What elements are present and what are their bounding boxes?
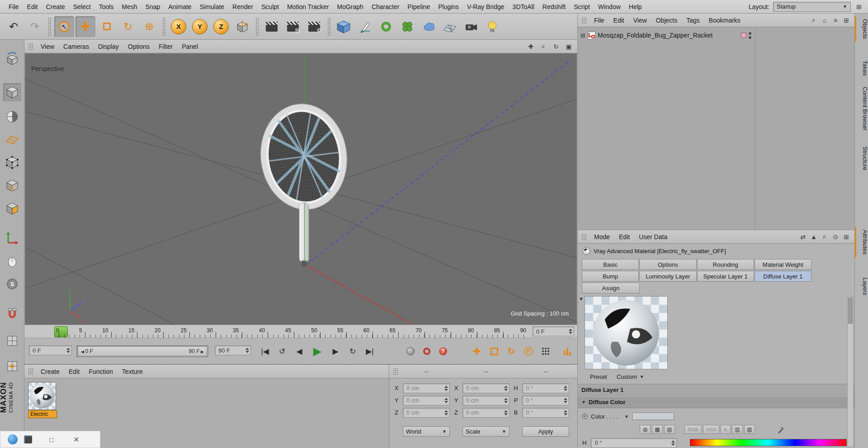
hue-gradient-slider[interactable]	[690, 439, 847, 446]
menu-create[interactable]: Create	[42, 1, 69, 13]
previous-frame-button[interactable]: ◀	[291, 344, 307, 358]
rot-b-field[interactable]: 0 °	[522, 408, 569, 418]
layout-grid-icon[interactable]: ⊞	[854, 2, 863, 11]
chevron-down-icon[interactable]: ▼	[624, 414, 629, 419]
tab-layers-panel[interactable]: Layers	[855, 275, 868, 298]
find-icon[interactable]: ⌕	[820, 232, 829, 241]
viewport-menu-view[interactable]: View	[36, 41, 59, 52]
menu-animate[interactable]: Animate	[164, 1, 195, 13]
maximize-icon[interactable]: □	[49, 436, 53, 443]
eyedropper-icon[interactable]	[777, 425, 785, 434]
snap-settings-button[interactable]: S	[3, 275, 21, 293]
autokey-button[interactable]	[420, 344, 434, 358]
tab-basic[interactable]: Basic	[582, 259, 639, 270]
position-column-header[interactable]: --	[403, 368, 450, 375]
timeline-ruler[interactable]: 0 5 10 15 20 25 30 35 40 45 50 55 60 65 …	[24, 325, 577, 338]
record-pla-toggle[interactable]	[538, 344, 553, 358]
spectrum-icon[interactable]: ▨	[744, 425, 755, 434]
ruler-frame-field[interactable]: 0 F	[533, 326, 574, 336]
objects-menu-bookmarks[interactable]: Bookmarks	[704, 15, 745, 26]
rotation-column-header[interactable]: --	[522, 368, 569, 375]
color-picture-icon[interactable]: ▤	[664, 425, 675, 434]
scale-tool[interactable]	[97, 16, 117, 37]
attributes-menu-edit[interactable]: Edit	[614, 231, 634, 242]
menu-3dtoall[interactable]: 3DToAll	[509, 1, 538, 13]
menu-snap[interactable]: Snap	[142, 1, 165, 13]
keyframe-circle-icon[interactable]	[582, 414, 588, 419]
viewport-menu-cameras[interactable]: Cameras	[59, 41, 94, 52]
model-mode-button[interactable]	[3, 83, 21, 101]
texture-mode-button[interactable]	[3, 108, 21, 126]
size-x-field[interactable]: 0 cm	[462, 383, 509, 393]
magnet-snap-button[interactable]	[3, 305, 21, 323]
collapse-icon[interactable]: ▼	[581, 400, 586, 405]
tab-options[interactable]: Options	[639, 259, 696, 270]
lock-y-axis-button[interactable]: Y	[190, 16, 210, 37]
stepper-icon[interactable]	[64, 348, 70, 353]
rgb-mode-button[interactable]: RGB	[684, 425, 702, 434]
material-menu-edit[interactable]: Edit	[64, 366, 84, 377]
tab-objects-panel[interactable]: Objects	[855, 16, 868, 42]
color-wheel-icon[interactable]: ◍	[640, 425, 651, 434]
add-camera-button[interactable]	[461, 16, 481, 37]
stepper-icon[interactable]	[561, 386, 567, 391]
viewport-camera-label[interactable]: Perspective	[31, 65, 64, 72]
stepper-icon[interactable]	[502, 386, 508, 391]
rotate-view-icon[interactable]: ↻	[551, 42, 561, 52]
loop-button[interactable]: ↻	[344, 344, 361, 358]
visibility-toggles[interactable]	[749, 32, 751, 39]
toggle-view-icon[interactable]: ▣	[564, 42, 574, 52]
redo-button[interactable]: ↷	[25, 16, 45, 37]
goto-end-button[interactable]: ▶|	[362, 344, 378, 358]
color-swatches-icon[interactable]: ▦	[652, 425, 663, 434]
objects-menu-tags[interactable]: Tags	[682, 15, 704, 26]
tab-assign[interactable]: Assign	[582, 283, 640, 293]
current-frame-field[interactable]: 0 F	[29, 345, 72, 355]
material-menu-function[interactable]: Function	[84, 366, 118, 377]
add-simulate-button[interactable]	[397, 16, 417, 37]
render-view-button[interactable]	[262, 16, 282, 37]
menu-plugins[interactable]: Plugins	[434, 1, 463, 13]
menu-redshift[interactable]: Redshift	[538, 1, 570, 13]
stepper-icon[interactable]	[243, 348, 249, 353]
lock-x-axis-button[interactable]: X	[169, 16, 189, 37]
attributes-menu-userdata[interactable]: User Data	[634, 231, 672, 242]
next-frame-button[interactable]: ▶	[327, 344, 344, 358]
hsv-mode-button[interactable]: HSV	[703, 425, 720, 434]
zoom-view-icon[interactable]: ⌕	[538, 42, 548, 52]
menu-tools[interactable]: Tools	[95, 1, 118, 13]
workplane-mode-button[interactable]	[3, 130, 21, 148]
menu-simulate[interactable]: Simulate	[196, 1, 228, 13]
tab-takes-panel[interactable]: Takes	[855, 58, 868, 79]
record-parameter-toggle[interactable]: P	[521, 344, 536, 358]
search-icon[interactable]: ⌕	[809, 16, 818, 25]
edges-mode-button[interactable]	[3, 176, 21, 194]
stepper-icon[interactable]	[442, 398, 448, 403]
rotate-tool[interactable]: ↻	[118, 16, 138, 37]
undo-button[interactable]: ↶	[4, 16, 24, 37]
viewport-solo-button[interactable]	[3, 252, 21, 270]
coordinate-space-select[interactable]: World▼	[403, 426, 450, 437]
up-icon[interactable]: ▲	[809, 232, 818, 241]
object-row[interactable]: ⊞ Mosqzap_Foldable_Bug_Zapper_Racket	[578, 30, 754, 41]
browser-app-icon[interactable]	[8, 434, 18, 444]
app-window-icon[interactable]	[24, 435, 32, 443]
add-panel-icon[interactable]: ⊞	[842, 16, 851, 25]
add-mograph-button[interactable]	[376, 16, 396, 37]
menu-edit[interactable]: Edit	[23, 1, 42, 13]
workplane-snap-button[interactable]	[3, 357, 21, 375]
menu-vray-bridge[interactable]: V-Ray Bridge	[463, 1, 508, 13]
preset-select[interactable]: Custom ▼	[617, 373, 644, 380]
material-menu-texture[interactable]: Texture	[118, 366, 147, 377]
material-item[interactable]: Electric	[28, 382, 57, 418]
tab-rounding[interactable]: Rounding	[697, 259, 754, 270]
k-mode-button[interactable]: K	[721, 425, 730, 434]
tab-bump[interactable]: Bump	[582, 271, 639, 282]
tab-luminosity-layer[interactable]: Luminosity Layer	[639, 271, 696, 282]
stepper-icon[interactable]	[442, 410, 448, 415]
diffuse-color-section-header[interactable]: ▼ Diffuse Color	[578, 396, 855, 408]
playback-range-thumb[interactable]: ◀ 0 F 90 F ▶	[78, 346, 207, 356]
menu-select[interactable]: Select	[69, 1, 95, 13]
live-selection-tool[interactable]: ↖	[54, 16, 74, 37]
layer-color-swatch[interactable]	[741, 33, 746, 38]
